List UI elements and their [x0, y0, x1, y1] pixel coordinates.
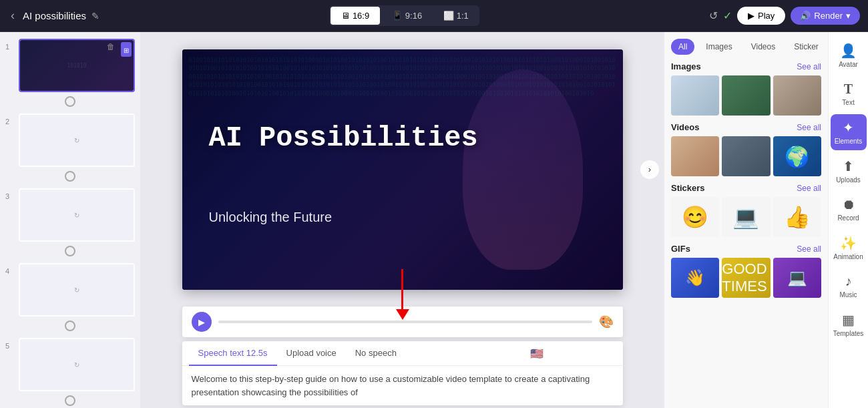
undo-button[interactable]: ↺	[709, 9, 718, 22]
right-panel: All Images Videos Sticker ••• Images See…	[664, 32, 868, 408]
play-icon: ▶	[748, 11, 754, 21]
canvas-area: 0100101010101010101010101010101010000101…	[140, 32, 664, 408]
slide-delete-icon[interactable]: 🗑	[107, 42, 115, 51]
slide-item[interactable]: 1 101010 ⊞ 🗑	[5, 39, 135, 92]
flag-icon: 🇺🇸	[530, 347, 544, 360]
sidebar-item-animation[interactable]: ✨ Animation	[831, 230, 867, 266]
slide-loader: ↻	[74, 212, 79, 219]
sidebar-item-avatar[interactable]: 👤 Avatar	[831, 37, 867, 73]
canvas-nav-right[interactable]: ›	[640, 160, 659, 179]
image-thumb[interactable]	[671, 75, 719, 116]
format-16-9[interactable]: 🖥 16:9	[331, 7, 380, 25]
slide-dot	[65, 96, 75, 107]
slide-item[interactable]: 5 ↻	[5, 338, 135, 391]
image-thumb[interactable]	[722, 75, 770, 116]
video-thumb[interactable]	[671, 136, 719, 176]
uploads-label: Uploads	[836, 176, 861, 184]
format-9-16[interactable]: 📱 9:16	[381, 7, 433, 25]
speech-panel: Speech text 12.5s Upload voice No speech…	[182, 341, 623, 405]
sidebar-item-text[interactable]: T Text	[831, 76, 867, 112]
sidebar-item-elements[interactable]: ✦ Elements	[831, 114, 867, 150]
gifs-section-header: GIFs See all	[671, 244, 821, 254]
canvas-wrapper: 0100101010101010101010101010101010000101…	[140, 32, 664, 307]
render-button[interactable]: 🔊 Render ▾	[791, 7, 860, 25]
slide-4-bottom	[5, 321, 135, 331]
sidebar-item-music[interactable]: ♪ Music	[831, 268, 867, 304]
templates-label: Templates	[833, 330, 864, 337]
templates-icon: ▦	[842, 312, 855, 328]
slide-2-section: 2 ↻	[5, 114, 135, 182]
gifs-title: GIFs	[671, 244, 690, 254]
speech-tab-upload[interactable]: Upload voice	[277, 341, 346, 366]
slide-canvas[interactable]: 0100101010101010101010101010101010000101…	[182, 49, 623, 290]
filter-tab-images[interactable]: Images	[698, 39, 739, 55]
voice-chevron[interactable]: ⌃⌄	[599, 347, 616, 360]
speech-text[interactable]: Welcome to this step-by-step guide on ho…	[182, 366, 623, 405]
slide-thumbnail[interactable]: ↻	[19, 263, 135, 317]
elements-icon: ✦	[843, 120, 854, 136]
images-see-all[interactable]: See all	[797, 62, 821, 71]
slide-dot	[65, 395, 75, 406]
slide-number: 5	[5, 338, 15, 350]
filter-tab-videos[interactable]: Videos	[744, 39, 783, 55]
filter-tab-stickers[interactable]: Sticker	[787, 39, 826, 55]
sidebar-item-uploads[interactable]: ⬆ Uploads	[831, 153, 867, 189]
back-button[interactable]: ‹	[8, 6, 17, 25]
video-thumb[interactable]	[722, 136, 770, 176]
slide-1-bottom	[5, 96, 135, 107]
filter-tabs: All Images Videos Sticker •••	[671, 39, 821, 55]
animation-icon: ✨	[840, 235, 857, 251]
person-silhouette	[463, 69, 583, 270]
project-title: AI possibilities	[23, 10, 86, 21]
sidebar-item-record[interactable]: ⏺ Record	[831, 192, 867, 227]
slide-4-section: 4 ↻	[5, 263, 135, 331]
avatar-icon: 👤	[840, 43, 857, 59]
play-label: Play	[758, 11, 775, 21]
sticker-thumb[interactable]: 👍	[773, 197, 821, 237]
render-label: Render	[814, 11, 843, 21]
video-thumb[interactable]: 🌍	[773, 136, 821, 176]
slide-3-section: 3 ↻	[5, 188, 135, 256]
slide-dot	[65, 246, 75, 256]
record-label: Record	[837, 214, 859, 222]
slide-item[interactable]: 3 ↻	[5, 188, 135, 242]
playback-bar: ▶ 🎨	[182, 307, 623, 337]
speech-tab-none[interactable]: No speech	[346, 341, 406, 366]
slide-title: AI Possibilities	[209, 123, 478, 154]
slide-loader: ↻	[74, 286, 79, 294]
stickers-see-all[interactable]: See all	[797, 184, 821, 193]
slide-number: 2	[5, 114, 15, 126]
main-content: 1 101010 ⊞ 🗑 2	[0, 32, 868, 408]
gifs-see-all[interactable]: See all	[797, 244, 821, 254]
speech-tab-text[interactable]: Speech text 12.5s	[189, 341, 277, 366]
slide-item[interactable]: 2 ↻	[5, 114, 135, 167]
play-button[interactable]: ▶ Play	[737, 7, 785, 25]
animation-label: Animation	[833, 253, 863, 260]
progress-bar[interactable]	[218, 321, 592, 323]
filter-tab-all[interactable]: All	[671, 39, 694, 55]
slides-panel: 1 101010 ⊞ 🗑 2	[0, 32, 140, 408]
slide-select-icon: ⊞	[121, 42, 132, 57]
slide-thumbnail[interactable]: ↻	[19, 338, 135, 391]
sticker-thumb[interactable]: 😊	[671, 197, 719, 237]
videos-section-header: Videos See all	[671, 122, 821, 132]
text-label: Text	[842, 99, 854, 106]
sidebar-item-templates[interactable]: ▦ Templates	[831, 307, 867, 343]
image-thumb[interactable]	[773, 75, 821, 116]
edit-icon[interactable]: ✎	[91, 11, 99, 21]
slide-thumbnail[interactable]: 101010 ⊞ 🗑	[19, 39, 135, 92]
render-chevron: ▾	[846, 11, 851, 21]
slide-3-bottom	[5, 246, 135, 256]
right-sidebar: 👤 Avatar T Text ✦ Elements ⬆ Uploads ⏺ R…	[828, 32, 868, 408]
gif-thumb[interactable]: GOOD TIMES	[722, 258, 770, 298]
slide-thumbnail[interactable]: ↻	[19, 114, 135, 167]
gif-thumb[interactable]: 💻	[773, 258, 821, 298]
slide-subtitle: Unlocking the Future	[209, 210, 333, 225]
slide-item[interactable]: 4 ↻	[5, 263, 135, 317]
gif-thumb[interactable]: 👋	[671, 258, 719, 298]
videos-see-all[interactable]: See all	[797, 123, 821, 132]
format-1-1[interactable]: ⬜ 1:1	[433, 7, 479, 25]
sticker-thumb[interactable]: 💻	[722, 197, 770, 237]
playback-play-button[interactable]: ▶	[192, 312, 212, 332]
slide-thumbnail[interactable]: ↻	[19, 188, 135, 242]
